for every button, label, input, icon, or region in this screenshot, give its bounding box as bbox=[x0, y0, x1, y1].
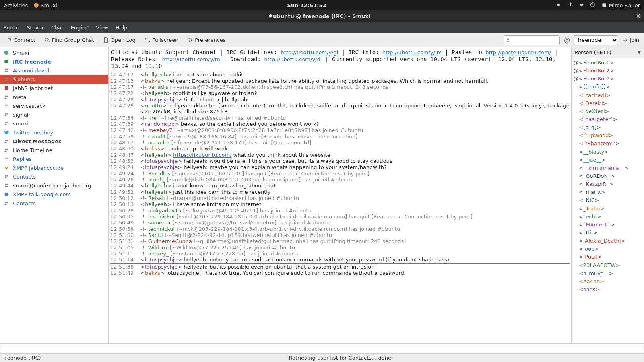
sidebar-item[interactable]: #ubuntu bbox=[0, 75, 108, 84]
user-row[interactable]: <aaas> bbox=[573, 286, 642, 294]
svg-point-31 bbox=[5, 202, 7, 204]
svg-rect-10 bbox=[4, 60, 8, 63]
sidebar-item-label: XMPP jabber.ccc.de bbox=[13, 165, 64, 171]
activities-button[interactable]: Activities bbox=[4, 2, 28, 8]
volume-icon[interactable] bbox=[556, 2, 562, 9]
user-row[interactable]: <[p_q]> bbox=[573, 123, 642, 132]
user-row[interactable]: <Aa4on> bbox=[573, 278, 642, 286]
sidebar-item[interactable]: #smuxi-devel bbox=[0, 66, 108, 75]
user-row[interactable]: @<FloodBot2> bbox=[573, 67, 642, 75]
connect-button[interactable]: Connect bbox=[2, 35, 39, 45]
sidebar-item-label: smuxi bbox=[13, 121, 29, 127]
sidebar-item[interactable]: Home Timeline bbox=[0, 146, 108, 154]
user-row[interactable]: <|oop> bbox=[573, 245, 642, 253]
sidebar-item[interactable]: Direct Messages bbox=[0, 137, 108, 146]
sidebar-item[interactable]: Replies bbox=[0, 154, 108, 163]
people-icon bbox=[3, 138, 10, 144]
sidebar-item[interactable]: servicestack bbox=[0, 101, 108, 110]
join-button[interactable]: Join bbox=[620, 35, 642, 45]
people-icon bbox=[3, 76, 10, 82]
message-input[interactable] bbox=[2, 345, 642, 352]
menu-server[interactable]: Server bbox=[27, 25, 44, 31]
jabbr-icon bbox=[3, 85, 10, 91]
user-list[interactable]: @<FloodBot1>@<FloodBot2>@<FloodBot3><[[t… bbox=[572, 58, 644, 343]
menu-smuxi[interactable]: Smuxi bbox=[3, 25, 19, 31]
sidebar-item[interactable]: signalr bbox=[0, 110, 108, 119]
app-icon bbox=[3, 49, 10, 56]
sidebar-item[interactable]: smuxi bbox=[0, 119, 108, 128]
user-row[interactable]: <_GoRDoN_> bbox=[573, 172, 642, 180]
find-group-chat-button[interactable]: Find Group Chat bbox=[41, 35, 98, 45]
user-row[interactable]: <^Phantom^> bbox=[573, 140, 642, 148]
bluetooth-icon[interactable] bbox=[568, 2, 573, 9]
user-menu[interactable]: Mirco Bauer bbox=[601, 2, 640, 8]
user-row[interactable]: <_marix> bbox=[573, 188, 642, 196]
svg-point-26 bbox=[5, 158, 7, 159]
sidebar-item[interactable]: Smuxi bbox=[0, 48, 108, 57]
user-row[interactable]: @<FloodBot3> bbox=[573, 75, 642, 83]
sidebar-item[interactable]: IRC freenode bbox=[0, 57, 108, 66]
user-row[interactable]: <[Derek]> bbox=[573, 99, 642, 107]
sidebar-item[interactable]: XMPP talk.google.com bbox=[0, 190, 108, 199]
fullscreen-button[interactable]: Fullscreen bbox=[141, 35, 182, 45]
user-row[interactable]: <_KaszpiR_> bbox=[573, 180, 642, 188]
user-row[interactable]: <a_muva__> bbox=[573, 269, 642, 278]
search-input[interactable] bbox=[504, 35, 560, 45]
log-row: 12:47:28<ubottu> hellyeah: rkhunter (sou… bbox=[110, 103, 570, 115]
user-row[interactable]: <|1li|> bbox=[573, 229, 642, 237]
sidebar-item[interactable]: Contacts bbox=[0, 172, 108, 181]
user-count-label: Person (1611) bbox=[575, 49, 611, 56]
log-row: 12:49:52<hellyeah> just this idea cam th… bbox=[110, 189, 570, 195]
close-icon[interactable]: × bbox=[636, 12, 641, 20]
sidebar-item[interactable]: JabbR jabbr.net bbox=[0, 84, 108, 93]
user-row[interactable]: <[cached]> bbox=[573, 91, 642, 99]
user-row[interactable]: <[[thufir]]> bbox=[573, 83, 642, 91]
log-row: 12:50:35-!- technickul [~nick@207-229-18… bbox=[110, 214, 570, 220]
open-log-button[interactable]: Open Log bbox=[99, 35, 139, 45]
user-row[interactable]: <_NiC> bbox=[573, 196, 642, 204]
user-row[interactable]: <^3pWood> bbox=[573, 132, 642, 140]
sidebar-item[interactable]: smuxi@conference.jabber.org bbox=[0, 181, 108, 190]
user-row[interactable]: <__jae__> bbox=[573, 156, 642, 164]
user-row[interactable]: <23LAAPOTW> bbox=[573, 261, 642, 269]
sidebar-item-label: servicestack bbox=[13, 103, 45, 109]
sidebar-item-label: Contacts bbox=[13, 174, 36, 180]
user-panel-header[interactable]: Person (1611) ▼ bbox=[572, 47, 644, 58]
user-row[interactable]: <__blasty> bbox=[573, 148, 642, 156]
menu-view[interactable]: View bbox=[96, 25, 108, 31]
user-row[interactable]: <_Trullo> bbox=[573, 205, 642, 213]
document-icon bbox=[103, 37, 109, 43]
preferences-button[interactable]: Preferences bbox=[184, 35, 229, 45]
channel-topic: Official Ubuntu Support Channel | IRC Gu… bbox=[109, 47, 571, 71]
user-row[interactable]: <[nas]peter`> bbox=[573, 115, 642, 123]
server-select[interactable]: freenode bbox=[574, 35, 618, 45]
wifi-icon[interactable] bbox=[579, 2, 584, 9]
menu-engine[interactable]: Engine bbox=[71, 25, 89, 31]
user-row[interactable]: @<FloodBot1> bbox=[573, 59, 642, 67]
svg-point-9 bbox=[4, 51, 9, 55]
menu-chat[interactable]: Chat bbox=[51, 25, 63, 31]
user-row[interactable]: <|PuLi|> bbox=[573, 253, 642, 261]
user-row[interactable]: <`MArceLL`> bbox=[573, 221, 642, 229]
power-icon[interactable] bbox=[590, 2, 596, 9]
log-row: 12:48:47<hellyeah> https://fixubuntu.com… bbox=[110, 152, 570, 158]
user-row[interactable]: <[deXter]> bbox=[573, 107, 642, 115]
svg-point-8 bbox=[507, 38, 509, 40]
svg-point-18 bbox=[5, 113, 7, 115]
sidebar-item[interactable]: XMPP jabber.ccc.de bbox=[0, 163, 108, 172]
svg-point-17 bbox=[6, 105, 8, 106]
user-row[interactable]: <`echi> bbox=[573, 213, 642, 221]
log-row: 12:51:01-!- GuilhermeCunha [~guilherme@u… bbox=[110, 238, 570, 244]
clock[interactable]: Sun 12:51:53 bbox=[57, 2, 557, 8]
sidebar-item[interactable]: Contacts bbox=[0, 199, 108, 208]
channel-sidebar[interactable]: SmuxiIRC freenode#smuxi-devel#ubuntuJabb… bbox=[0, 47, 109, 343]
svg-rect-13 bbox=[5, 86, 8, 90]
sidebar-item[interactable]: Twitter meebey bbox=[0, 128, 108, 137]
sidebar-item[interactable]: meta bbox=[0, 93, 108, 101]
chat-log[interactable]: 12:47:12<hellyeah> i am not sure about r… bbox=[109, 71, 571, 343]
menu-help[interactable]: Help bbox=[116, 25, 128, 31]
user-row[interactable]: <__kimiamania__> bbox=[573, 164, 642, 172]
sidebar-item-label: Replies bbox=[13, 156, 32, 162]
user-row[interactable]: <|Alexia_Death|> bbox=[573, 237, 642, 245]
active-app[interactable]: Smuxi bbox=[33, 2, 57, 8]
